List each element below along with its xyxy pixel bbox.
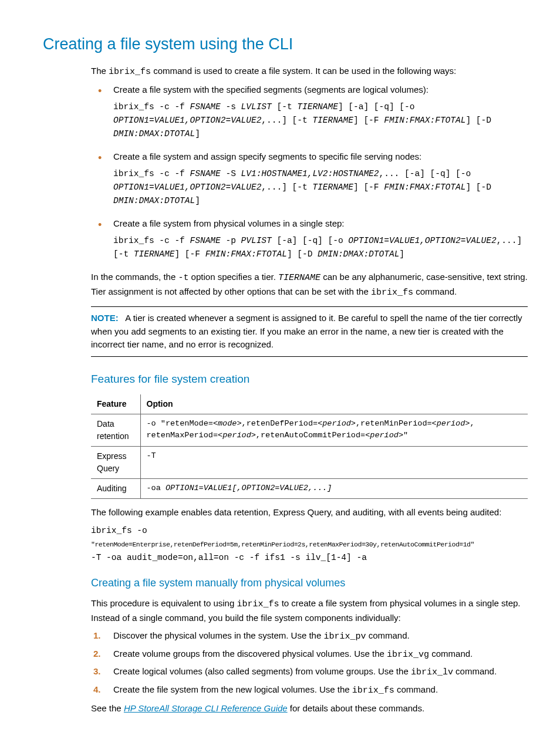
note-text: A tier is created whenever a segment is … xyxy=(91,313,522,349)
ex-line1: ibrix_fs -o xyxy=(91,526,147,535)
intro-text-1: The xyxy=(91,66,109,76)
step-a: Create logical volumes (also called segm… xyxy=(113,666,411,676)
bullet-text: Create a file system from physical volum… xyxy=(113,218,345,228)
manual-paragraph: This procedure is equivalent to using ib… xyxy=(91,597,528,625)
features-heading: Features for file system creation xyxy=(91,371,528,388)
manual-cmd: ibrix_fs xyxy=(237,599,279,609)
feature-cell: Data retention xyxy=(91,414,140,447)
tier-paragraph: In the commands, the -t option specifies… xyxy=(91,271,528,299)
list-item: Create a file system and assign specify … xyxy=(91,150,528,208)
table-header-feature: Feature xyxy=(91,394,140,414)
manual-p1a: This procedure is equivalent to using xyxy=(91,598,237,608)
manual-heading: Creating a file system manually from phy… xyxy=(91,575,528,591)
page-title: Creating a file system using the CLI xyxy=(43,32,528,56)
list-item: Create logical volumes (also called segm… xyxy=(91,665,528,680)
tier-name: TIERNAME xyxy=(278,273,321,283)
list-item: Discover the physical volumes in the sys… xyxy=(91,629,528,644)
tier-text-1: In the commands, the xyxy=(91,272,178,282)
see-paragraph: See the HP StoreAll Storage CLI Referenc… xyxy=(91,702,528,715)
see-b: for details about these commands. xyxy=(288,703,424,713)
intro-paragraph: The ibrix_fs command is used to create a… xyxy=(91,65,528,79)
content-body: The ibrix_fs command is used to create a… xyxy=(91,65,528,715)
step-cmd: ibrix_lv xyxy=(411,667,453,677)
example-code: ibrix_fs -o"retenMode=Enterprise,retenDe… xyxy=(91,524,528,565)
step-b: command. xyxy=(429,649,473,659)
step-cmd: ibrix_fs xyxy=(352,686,394,696)
step-a: Create volume groups from the discovered… xyxy=(113,649,387,659)
option-cell: -o "retenMode=<mode>,retenDefPeriod=<per… xyxy=(140,414,528,447)
ex-line3: -T -oa audit_mode=on,all=on -c -f ifs1 -… xyxy=(91,553,367,562)
example-intro: The following example enables data reten… xyxy=(91,506,528,519)
bullet-text: Create a file system and assign specify … xyxy=(113,151,421,161)
step-b: command. xyxy=(453,666,497,676)
feature-cell: Express Query xyxy=(91,447,140,479)
code-block: ibrix_fs -c -f FSNAME -p PVLIST [-a] [-q… xyxy=(113,234,528,261)
list-item: Create a file system from physical volum… xyxy=(91,217,528,261)
table-row: Auditing -oa OPTION1=VALUE1[,OPTION2=VAL… xyxy=(91,479,528,499)
cli-reference-link[interactable]: HP StoreAll Storage CLI Reference Guide xyxy=(124,703,288,713)
step-a: Discover the physical volumes in the sys… xyxy=(113,630,323,640)
list-item: Create the file system from the new logi… xyxy=(91,683,528,698)
code-block: ibrix_fs -c -f FSNAME -s LVLIST [-t TIER… xyxy=(113,100,528,141)
table-row: Express Query -T xyxy=(91,447,528,479)
option-cell: -oa OPTION1=VALUE1[,OPTION2=VALUE2,...] xyxy=(140,479,528,499)
tier-text-2: option specifies a tier. xyxy=(188,272,278,282)
list-item: Create volume groups from the discovered… xyxy=(91,647,528,662)
bullet-list: Create a file system with the specified … xyxy=(91,83,528,261)
step-cmd: ibrix_pv xyxy=(323,632,366,642)
table-header-row: Feature Option xyxy=(91,394,528,414)
list-item: Create a file system with the specified … xyxy=(91,83,528,141)
tier-opt: -t xyxy=(178,273,188,283)
intro-text-2: command is used to create a file system.… xyxy=(151,66,456,76)
bullet-text: Create a file system with the specified … xyxy=(113,85,429,94)
tier-text-4: command. xyxy=(413,286,457,296)
numbered-list: Discover the physical volumes in the sys… xyxy=(91,629,528,697)
tier-cmd: ibrix_fs xyxy=(371,288,413,298)
see-a: See the xyxy=(91,703,124,713)
features-table: Feature Option Data retention -o "retenM… xyxy=(91,394,528,499)
step-cmd: ibrix_vg xyxy=(387,650,429,660)
table-header-option: Option xyxy=(140,394,528,414)
feature-cell: Auditing xyxy=(91,479,140,499)
step-a: Create the file system from the new logi… xyxy=(113,684,352,694)
code-block: ibrix_fs -c -f FSNAME -S LV1:HOSTNAME1,L… xyxy=(113,167,528,208)
note-label: NOTE: xyxy=(91,313,119,323)
step-b: command. xyxy=(366,630,410,640)
table-row: Data retention -o "retenMode=<mode>,rete… xyxy=(91,414,528,447)
intro-cmd: ibrix_fs xyxy=(109,67,151,77)
step-b: command. xyxy=(394,684,438,694)
ex-line2: "retenMode=Enterprise,retenDefPeriod=5m,… xyxy=(91,541,474,548)
note-box: NOTE: A tier is created whenever a segme… xyxy=(91,306,528,357)
option-cell: -T xyxy=(140,447,528,479)
